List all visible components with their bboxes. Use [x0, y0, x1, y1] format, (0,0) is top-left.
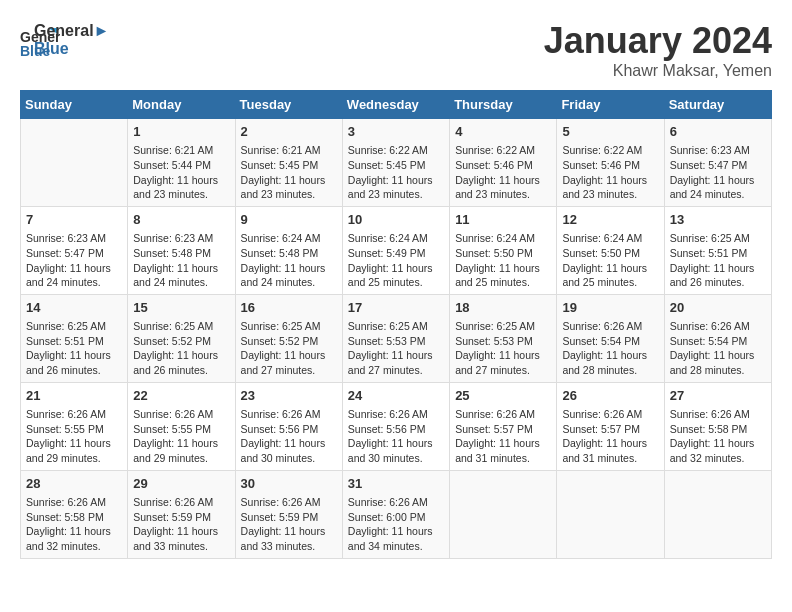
calendar-cell: [664, 470, 771, 558]
day-number: 9: [241, 211, 337, 229]
calendar-body: 1Sunrise: 6:21 AM Sunset: 5:44 PM Daylig…: [21, 119, 772, 559]
day-info: Sunrise: 6:23 AM Sunset: 5:47 PM Dayligh…: [26, 231, 122, 290]
day-info: Sunrise: 6:21 AM Sunset: 5:45 PM Dayligh…: [241, 143, 337, 202]
day-number: 14: [26, 299, 122, 317]
day-info: Sunrise: 6:25 AM Sunset: 5:53 PM Dayligh…: [348, 319, 444, 378]
day-number: 1: [133, 123, 229, 141]
calendar-week-row: 21Sunrise: 6:26 AM Sunset: 5:55 PM Dayli…: [21, 382, 772, 470]
calendar-cell: 2Sunrise: 6:21 AM Sunset: 5:45 PM Daylig…: [235, 119, 342, 207]
calendar-week-row: 28Sunrise: 6:26 AM Sunset: 5:58 PM Dayli…: [21, 470, 772, 558]
day-info: Sunrise: 6:23 AM Sunset: 5:47 PM Dayligh…: [670, 143, 766, 202]
day-info: Sunrise: 6:26 AM Sunset: 5:55 PM Dayligh…: [26, 407, 122, 466]
calendar-cell: 13Sunrise: 6:25 AM Sunset: 5:51 PM Dayli…: [664, 206, 771, 294]
day-info: Sunrise: 6:25 AM Sunset: 5:53 PM Dayligh…: [455, 319, 551, 378]
day-info: Sunrise: 6:22 AM Sunset: 5:46 PM Dayligh…: [562, 143, 658, 202]
calendar-cell: 9Sunrise: 6:24 AM Sunset: 5:48 PM Daylig…: [235, 206, 342, 294]
calendar-cell: 28Sunrise: 6:26 AM Sunset: 5:58 PM Dayli…: [21, 470, 128, 558]
day-header-sunday: Sunday: [21, 91, 128, 119]
calendar-cell: 26Sunrise: 6:26 AM Sunset: 5:57 PM Dayli…: [557, 382, 664, 470]
calendar-cell: 21Sunrise: 6:26 AM Sunset: 5:55 PM Dayli…: [21, 382, 128, 470]
day-number: 5: [562, 123, 658, 141]
day-number: 22: [133, 387, 229, 405]
day-number: 4: [455, 123, 551, 141]
title-block: January 2024 Khawr Maksar, Yemen: [544, 20, 772, 80]
day-info: Sunrise: 6:24 AM Sunset: 5:48 PM Dayligh…: [241, 231, 337, 290]
day-info: Sunrise: 6:24 AM Sunset: 5:50 PM Dayligh…: [455, 231, 551, 290]
day-info: Sunrise: 6:26 AM Sunset: 5:59 PM Dayligh…: [241, 495, 337, 554]
day-info: Sunrise: 6:24 AM Sunset: 5:49 PM Dayligh…: [348, 231, 444, 290]
day-info: Sunrise: 6:26 AM Sunset: 5:57 PM Dayligh…: [455, 407, 551, 466]
calendar-week-row: 1Sunrise: 6:21 AM Sunset: 5:44 PM Daylig…: [21, 119, 772, 207]
calendar-cell: 7Sunrise: 6:23 AM Sunset: 5:47 PM Daylig…: [21, 206, 128, 294]
day-header-saturday: Saturday: [664, 91, 771, 119]
calendar-header-row: SundayMondayTuesdayWednesdayThursdayFrid…: [21, 91, 772, 119]
day-header-monday: Monday: [128, 91, 235, 119]
day-number: 26: [562, 387, 658, 405]
day-number: 18: [455, 299, 551, 317]
day-number: 20: [670, 299, 766, 317]
calendar-cell: 5Sunrise: 6:22 AM Sunset: 5:46 PM Daylig…: [557, 119, 664, 207]
day-number: 21: [26, 387, 122, 405]
logo: General Blue General► Blue: [20, 20, 109, 60]
calendar-cell: 23Sunrise: 6:26 AM Sunset: 5:56 PM Dayli…: [235, 382, 342, 470]
calendar-cell: 18Sunrise: 6:25 AM Sunset: 5:53 PM Dayli…: [450, 294, 557, 382]
day-number: 17: [348, 299, 444, 317]
day-info: Sunrise: 6:25 AM Sunset: 5:52 PM Dayligh…: [133, 319, 229, 378]
day-info: Sunrise: 6:26 AM Sunset: 5:56 PM Dayligh…: [348, 407, 444, 466]
day-header-tuesday: Tuesday: [235, 91, 342, 119]
day-info: Sunrise: 6:25 AM Sunset: 5:51 PM Dayligh…: [26, 319, 122, 378]
calendar-cell: 24Sunrise: 6:26 AM Sunset: 5:56 PM Dayli…: [342, 382, 449, 470]
day-number: 31: [348, 475, 444, 493]
calendar-cell: 4Sunrise: 6:22 AM Sunset: 5:46 PM Daylig…: [450, 119, 557, 207]
calendar-cell: [21, 119, 128, 207]
day-number: 24: [348, 387, 444, 405]
day-info: Sunrise: 6:26 AM Sunset: 5:59 PM Dayligh…: [133, 495, 229, 554]
day-info: Sunrise: 6:25 AM Sunset: 5:51 PM Dayligh…: [670, 231, 766, 290]
day-info: Sunrise: 6:26 AM Sunset: 5:56 PM Dayligh…: [241, 407, 337, 466]
calendar-cell: 8Sunrise: 6:23 AM Sunset: 5:48 PM Daylig…: [128, 206, 235, 294]
day-number: 30: [241, 475, 337, 493]
calendar-cell: 29Sunrise: 6:26 AM Sunset: 5:59 PM Dayli…: [128, 470, 235, 558]
day-number: 27: [670, 387, 766, 405]
day-info: Sunrise: 6:26 AM Sunset: 5:55 PM Dayligh…: [133, 407, 229, 466]
calendar-cell: 20Sunrise: 6:26 AM Sunset: 5:54 PM Dayli…: [664, 294, 771, 382]
day-info: Sunrise: 6:24 AM Sunset: 5:50 PM Dayligh…: [562, 231, 658, 290]
day-number: 16: [241, 299, 337, 317]
day-info: Sunrise: 6:26 AM Sunset: 6:00 PM Dayligh…: [348, 495, 444, 554]
location-subtitle: Khawr Maksar, Yemen: [544, 62, 772, 80]
day-info: Sunrise: 6:26 AM Sunset: 5:58 PM Dayligh…: [670, 407, 766, 466]
logo-line2: Blue: [34, 40, 109, 58]
calendar-cell: 12Sunrise: 6:24 AM Sunset: 5:50 PM Dayli…: [557, 206, 664, 294]
day-number: 15: [133, 299, 229, 317]
calendar-cell: 1Sunrise: 6:21 AM Sunset: 5:44 PM Daylig…: [128, 119, 235, 207]
day-header-wednesday: Wednesday: [342, 91, 449, 119]
calendar-cell: 19Sunrise: 6:26 AM Sunset: 5:54 PM Dayli…: [557, 294, 664, 382]
calendar-cell: 14Sunrise: 6:25 AM Sunset: 5:51 PM Dayli…: [21, 294, 128, 382]
day-number: 28: [26, 475, 122, 493]
calendar-cell: 16Sunrise: 6:25 AM Sunset: 5:52 PM Dayli…: [235, 294, 342, 382]
day-number: 11: [455, 211, 551, 229]
day-number: 3: [348, 123, 444, 141]
calendar-cell: 25Sunrise: 6:26 AM Sunset: 5:57 PM Dayli…: [450, 382, 557, 470]
day-info: Sunrise: 6:26 AM Sunset: 5:54 PM Dayligh…: [562, 319, 658, 378]
day-info: Sunrise: 6:26 AM Sunset: 5:58 PM Dayligh…: [26, 495, 122, 554]
calendar-cell: [557, 470, 664, 558]
day-number: 2: [241, 123, 337, 141]
calendar-cell: 22Sunrise: 6:26 AM Sunset: 5:55 PM Dayli…: [128, 382, 235, 470]
day-number: 10: [348, 211, 444, 229]
month-title: January 2024: [544, 20, 772, 62]
day-header-thursday: Thursday: [450, 91, 557, 119]
calendar-cell: 15Sunrise: 6:25 AM Sunset: 5:52 PM Dayli…: [128, 294, 235, 382]
day-number: 29: [133, 475, 229, 493]
calendar-week-row: 14Sunrise: 6:25 AM Sunset: 5:51 PM Dayli…: [21, 294, 772, 382]
day-info: Sunrise: 6:26 AM Sunset: 5:54 PM Dayligh…: [670, 319, 766, 378]
logo-line1: General►: [34, 22, 109, 40]
calendar-cell: 11Sunrise: 6:24 AM Sunset: 5:50 PM Dayli…: [450, 206, 557, 294]
day-info: Sunrise: 6:22 AM Sunset: 5:46 PM Dayligh…: [455, 143, 551, 202]
day-info: Sunrise: 6:22 AM Sunset: 5:45 PM Dayligh…: [348, 143, 444, 202]
day-header-friday: Friday: [557, 91, 664, 119]
calendar-week-row: 7Sunrise: 6:23 AM Sunset: 5:47 PM Daylig…: [21, 206, 772, 294]
day-number: 8: [133, 211, 229, 229]
calendar-cell: 30Sunrise: 6:26 AM Sunset: 5:59 PM Dayli…: [235, 470, 342, 558]
day-number: 12: [562, 211, 658, 229]
